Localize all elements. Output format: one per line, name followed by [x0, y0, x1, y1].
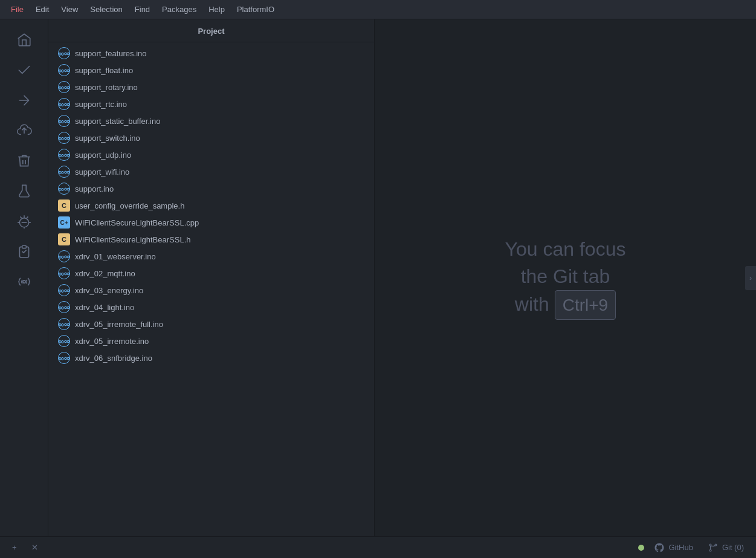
- github-button[interactable]: GitHub: [649, 540, 697, 556]
- file-name-label: support_rtc.ino: [75, 100, 127, 109]
- file-type-icon: ∞: [58, 301, 70, 313]
- menu-file[interactable]: File: [5, 2, 30, 16]
- git-hint-line2: the Git tab: [521, 265, 610, 287]
- file-name-label: support_udp.ino: [75, 151, 131, 160]
- sidebar-cloud-upload[interactable]: [7, 116, 41, 145]
- file-type-icon: ∞: [58, 115, 70, 127]
- file-name-label: xdrv_01_webserver.ino: [75, 252, 156, 261]
- file-type-icon: ∞: [58, 352, 70, 364]
- git-label: Git (0): [722, 543, 744, 552]
- list-item[interactable]: ∞support_rtc.ino: [48, 96, 374, 112]
- menu-platformio[interactable]: PlatformIO: [231, 2, 280, 16]
- menu-packages[interactable]: Packages: [156, 2, 202, 16]
- menu-help[interactable]: Help: [202, 2, 231, 16]
- git-hint-line1: You can focus: [505, 238, 626, 260]
- file-type-icon: ∞: [58, 47, 70, 59]
- file-name-label: support_rotary.ino: [75, 83, 138, 92]
- svg-rect-2: [22, 245, 26, 248]
- file-type-icon: C: [58, 233, 70, 245]
- file-name-label: support.ino: [75, 184, 114, 193]
- menu-bar: File Edit View Selection Find Packages H…: [0, 0, 756, 19]
- list-item[interactable]: ∞xdrv_05_irremote_full.ino: [48, 316, 374, 333]
- list-item[interactable]: ∞xdrv_04_light.ino: [48, 299, 374, 316]
- file-name-label: xdrv_05_irremote_full.ino: [75, 320, 163, 329]
- git-hint-shortcut: Ctrl+9: [555, 290, 616, 320]
- git-button[interactable]: Git (0): [703, 540, 749, 556]
- list-item[interactable]: ∞xdrv_01_webserver.ino: [48, 248, 374, 265]
- file-type-icon: ∞: [58, 250, 70, 262]
- github-icon: [654, 542, 665, 553]
- list-item[interactable]: ∞xdrv_06_snfbridge.ino: [48, 349, 374, 366]
- close-button[interactable]: ✕: [27, 540, 43, 554]
- sidebar-home[interactable]: [7, 25, 41, 54]
- list-item[interactable]: ∞xdrv_02_mqtt.ino: [48, 265, 374, 282]
- sidebar-serial-plotter[interactable]: [7, 177, 41, 206]
- list-item[interactable]: ∞support_wifi.ino: [48, 163, 374, 180]
- sidebar-remote[interactable]: [7, 267, 41, 296]
- file-name-label: WiFiClientSecureLightBearSSL.h: [75, 235, 190, 244]
- list-item[interactable]: ∞xdrv_05_irremote.ino: [48, 333, 374, 349]
- file-type-icon: ∞: [58, 64, 70, 76]
- list-item[interactable]: ∞support.ino: [48, 180, 374, 197]
- status-dot: [638, 545, 644, 551]
- file-type-icon: ∞: [58, 318, 70, 330]
- list-item[interactable]: Cuser_config_override_sample.h: [48, 197, 374, 214]
- status-bar: + ✕ GitHub Git (0): [0, 536, 756, 558]
- svg-point-3: [22, 281, 25, 283]
- file-type-icon: ∞: [58, 81, 70, 93]
- git-hint-line3: with: [515, 293, 549, 315]
- file-type-icon: ∞: [58, 183, 70, 195]
- file-type-icon: ∞: [58, 166, 70, 178]
- git-focus-hint: You can focus the Git tab with Ctrl+9: [493, 224, 638, 332]
- file-type-icon: ∞: [58, 132, 70, 144]
- file-type-icon: C: [58, 200, 70, 212]
- list-item[interactable]: ∞support_float.ino: [48, 62, 374, 79]
- icon-bar: [0, 19, 48, 536]
- sidebar-upload[interactable]: [7, 86, 41, 115]
- list-item[interactable]: ∞support_features.ino: [48, 45, 374, 62]
- file-list[interactable]: ∞support_features.ino∞support_float.ino∞…: [48, 42, 374, 536]
- sidebar-verify[interactable]: [7, 56, 41, 85]
- sidebar-debug[interactable]: [7, 207, 41, 236]
- menu-view[interactable]: View: [55, 2, 84, 16]
- file-type-icon: ∞: [58, 98, 70, 110]
- file-name-label: support_static_buffer.ino: [75, 117, 160, 126]
- file-name-label: xdrv_06_snfbridge.ino: [75, 354, 152, 363]
- github-label: GitHub: [668, 543, 693, 552]
- svg-point-4: [709, 550, 711, 551]
- file-name-label: xdrv_03_energy.ino: [75, 286, 143, 295]
- list-item[interactable]: ∞support_rotary.ino: [48, 79, 374, 96]
- file-name-label: xdrv_05_irremote.ino: [75, 337, 149, 346]
- main-content: Project ∞support_features.ino∞support_fl…: [0, 19, 756, 536]
- file-name-label: xdrv_02_mqtt.ino: [75, 269, 135, 278]
- menu-edit[interactable]: Edit: [30, 2, 55, 16]
- list-item[interactable]: C+WiFiClientSecureLightBearSSL.cpp: [48, 214, 374, 231]
- file-name-label: support_float.ino: [75, 66, 133, 75]
- list-item[interactable]: ∞support_udp.ino: [48, 146, 374, 163]
- list-item[interactable]: ∞support_static_buffer.ino: [48, 112, 374, 129]
- sidebar-delete[interactable]: [7, 146, 41, 175]
- list-item[interactable]: CWiFiClientSecureLightBearSSL.h: [48, 231, 374, 248]
- file-type-icon: C+: [58, 216, 70, 229]
- project-title: Project: [48, 19, 374, 42]
- add-file-button[interactable]: +: [7, 540, 22, 554]
- list-item[interactable]: ∞support_switch.ino: [48, 129, 374, 146]
- add-icon: +: [12, 543, 17, 552]
- collapse-panel-button[interactable]: ›: [745, 266, 756, 290]
- list-item[interactable]: ∞xdrv_03_energy.ino: [48, 282, 374, 299]
- file-type-icon: ∞: [58, 335, 70, 347]
- file-type-icon: ∞: [58, 149, 70, 161]
- file-name-label: xdrv_04_light.ino: [75, 303, 134, 312]
- menu-selection[interactable]: Selection: [84, 2, 128, 16]
- file-name-label: user_config_override_sample.h: [75, 201, 184, 210]
- file-type-icon: ∞: [58, 267, 70, 279]
- file-name-label: support_switch.ino: [75, 134, 140, 143]
- menu-find[interactable]: Find: [129, 2, 156, 16]
- file-name-label: support_features.ino: [75, 49, 147, 58]
- right-area: You can focus the Git tab with Ctrl+9 ›: [375, 19, 756, 536]
- file-type-icon: ∞: [58, 284, 70, 296]
- sidebar-tasks[interactable]: [7, 237, 41, 266]
- file-name-label: WiFiClientSecureLightBearSSL.cpp: [75, 218, 199, 227]
- file-name-label: support_wifi.ino: [75, 167, 129, 177]
- git-branch-icon: [708, 542, 719, 553]
